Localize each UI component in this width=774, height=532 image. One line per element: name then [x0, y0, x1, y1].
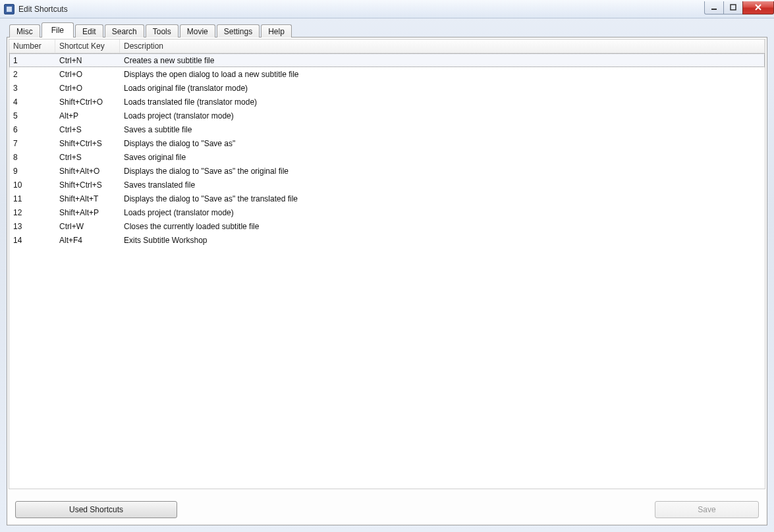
- svg-rect-1: [731, 5, 736, 10]
- column-header-description[interactable]: Description: [120, 40, 765, 53]
- table-row[interactable]: 6Ctrl+SSaves a subtitle file: [9, 122, 765, 136]
- cell-number: 13: [9, 221, 55, 232]
- cell-shortcut-key: Ctrl+S: [55, 151, 120, 163]
- cell-shortcut-key: Ctrl+N: [55, 55, 120, 66]
- used-shortcuts-button[interactable]: Used Shortcuts: [15, 501, 177, 518]
- cell-description: Loads project (translator mode): [120, 207, 765, 219]
- cell-number: 8: [9, 151, 55, 163]
- cell-description: Displays the open dialog to load a new s…: [120, 68, 765, 80]
- table-row[interactable]: 8Ctrl+SSaves original file: [9, 150, 765, 164]
- tab-settings[interactable]: Settings: [217, 24, 260, 38]
- cell-shortcut-key: Shift+Ctrl+S: [55, 179, 120, 191]
- maximize-button[interactable]: [723, 1, 743, 14]
- cell-description: Displays the dialog to "Save as": [120, 138, 765, 149]
- minimize-button[interactable]: [704, 1, 724, 14]
- cell-description: Exits Subtitle Workshop: [120, 234, 765, 246]
- listview-body: 1Ctrl+NCreates a new subtitle file2Ctrl+…: [9, 53, 765, 247]
- window-controls: [705, 1, 774, 14]
- close-button[interactable]: [742, 1, 774, 14]
- table-row[interactable]: 4Shift+Ctrl+OLoads translated file (tran…: [9, 95, 765, 109]
- cell-description: Loads translated file (translator mode): [120, 96, 765, 108]
- table-row[interactable]: 5Alt+PLoads project (translator mode): [9, 109, 765, 122]
- cell-description: Creates a new subtitle file: [120, 55, 765, 66]
- tab-help[interactable]: Help: [261, 24, 292, 38]
- cell-shortcut-key: Alt+P: [55, 110, 120, 122]
- cell-number: 1: [9, 55, 55, 66]
- table-row[interactable]: 12Shift+Alt+PLoads project (translator m…: [9, 205, 765, 219]
- cell-shortcut-key: Shift+Alt+O: [55, 165, 120, 177]
- cell-description: Displays the dialog to "Save as" the tra…: [120, 193, 765, 205]
- cell-number: 10: [9, 179, 55, 191]
- cell-description: Displays the dialog to "Save as" the ori…: [120, 165, 765, 177]
- cell-shortcut-key: Ctrl+S: [55, 124, 120, 136]
- cell-shortcut-key: Shift+Ctrl+O: [55, 96, 120, 108]
- cell-number: 4: [9, 96, 55, 108]
- cell-description: Saves original file: [120, 151, 765, 163]
- table-row[interactable]: 2Ctrl+ODisplays the open dialog to load …: [9, 67, 765, 81]
- cell-shortcut-key: Ctrl+O: [55, 82, 120, 94]
- shortcuts-listview[interactable]: Number Shortcut Key Description 1Ctrl+NC…: [9, 39, 765, 489]
- cell-shortcut-key: Alt+F4: [55, 234, 120, 246]
- bottom-button-bar: Used Shortcuts Save: [15, 501, 759, 518]
- column-header-number[interactable]: Number: [9, 40, 55, 53]
- listview-header: Number Shortcut Key Description: [9, 40, 765, 53]
- cell-description: Loads project (translator mode): [120, 110, 765, 122]
- tab-panel-file: Number Shortcut Key Description 1Ctrl+NC…: [7, 37, 767, 525]
- cell-number: 11: [9, 193, 55, 205]
- table-row[interactable]: 14Alt+F4Exits Subtitle Workshop: [9, 233, 765, 247]
- table-row[interactable]: 1Ctrl+NCreates a new subtitle file: [9, 53, 765, 67]
- cell-shortcut-key: Ctrl+W: [55, 221, 120, 232]
- cell-shortcut-key: Shift+Alt+P: [55, 207, 120, 219]
- cell-shortcut-key: Ctrl+O: [55, 68, 120, 80]
- tab-misc[interactable]: Misc: [9, 24, 40, 38]
- cell-number: 9: [9, 165, 55, 177]
- window-title: Edit Shortcuts: [18, 5, 68, 14]
- cell-number: 5: [9, 110, 55, 122]
- cell-description: Saves a subtitle file: [120, 124, 765, 136]
- save-button[interactable]: Save: [655, 501, 759, 518]
- table-row[interactable]: 10Shift+Ctrl+SSaves translated file: [9, 178, 765, 192]
- maximize-icon: [729, 3, 737, 11]
- column-header-shortcut[interactable]: Shortcut Key: [55, 40, 120, 53]
- cell-number: 6: [9, 124, 55, 136]
- tab-edit[interactable]: Edit: [75, 24, 103, 38]
- minimize-icon: [710, 3, 718, 11]
- tab-search[interactable]: Search: [105, 24, 144, 38]
- cell-number: 2: [9, 68, 55, 80]
- tab-file[interactable]: File: [41, 22, 74, 38]
- table-row[interactable]: 11Shift+Alt+TDisplays the dialog to "Sav…: [9, 192, 765, 205]
- table-row[interactable]: 9Shift+Alt+ODisplays the dialog to "Save…: [9, 164, 765, 178]
- cell-shortcut-key: Shift+Alt+T: [55, 193, 120, 205]
- cell-number: 12: [9, 207, 55, 219]
- client-area: MiscFileEditSearchToolsMovieSettingsHelp…: [0, 18, 774, 532]
- table-row[interactable]: 13Ctrl+WCloses the currently loaded subt…: [9, 219, 765, 233]
- cell-number: 7: [9, 138, 55, 149]
- tab-movie[interactable]: Movie: [180, 24, 215, 38]
- close-icon: [754, 3, 763, 11]
- cell-number: 14: [9, 234, 55, 246]
- tab-tools[interactable]: Tools: [146, 24, 179, 38]
- table-row[interactable]: 7Shift+Ctrl+SDisplays the dialog to "Sav…: [9, 136, 765, 150]
- cell-description: Loads original file (translator mode): [120, 82, 765, 94]
- cell-description: Closes the currently loaded subtitle fil…: [120, 221, 765, 232]
- window-titlebar: Edit Shortcuts: [0, 0, 774, 18]
- table-row[interactable]: 3Ctrl+OLoads original file (translator m…: [9, 81, 765, 95]
- cell-description: Saves translated file: [120, 179, 765, 191]
- tabs-bar: MiscFileEditSearchToolsMovieSettingsHelp: [9, 21, 767, 37]
- cell-shortcut-key: Shift+Ctrl+S: [55, 138, 120, 149]
- app-icon: [4, 4, 14, 14]
- cell-number: 3: [9, 82, 55, 94]
